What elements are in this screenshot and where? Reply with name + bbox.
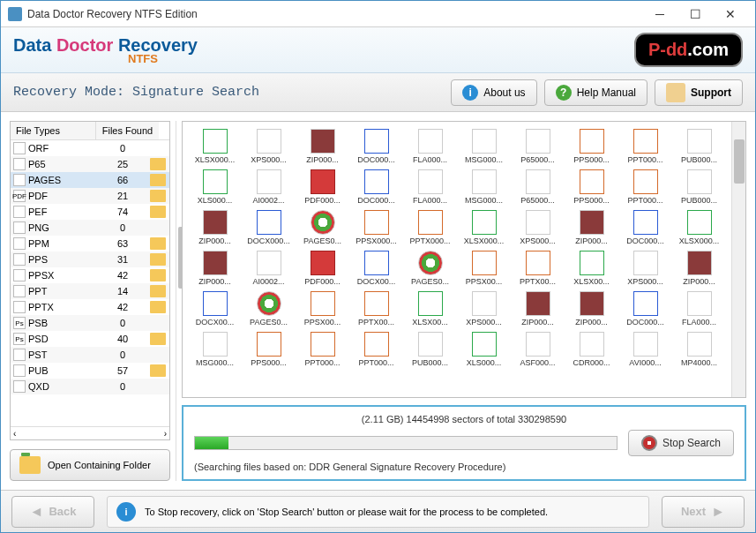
file-item[interactable]: PPSX000... [351, 210, 401, 245]
type-row-psd[interactable]: PsPSD40 [11, 331, 169, 347]
file-label: DOC000... [351, 196, 401, 205]
file-item[interactable]: MP4000... [674, 332, 724, 367]
file-item[interactable]: XPS000... [459, 291, 509, 327]
file-item[interactable]: PAGES0... [297, 210, 348, 245]
file-item[interactable]: PPS000... [566, 169, 617, 205]
file-item[interactable]: ZIP000... [190, 210, 240, 245]
file-item[interactable]: XPS000... [243, 129, 294, 164]
file-item[interactable]: PPTX00... [513, 251, 563, 286]
help-button[interactable]: ?Help Manual [544, 79, 647, 106]
type-count: 74 [95, 206, 150, 217]
type-row-ppm[interactable]: PPM63 [11, 236, 169, 251]
file-item[interactable]: MSG000... [459, 129, 509, 164]
file-item[interactable]: DOCX00... [190, 291, 240, 327]
file-icon [687, 210, 712, 235]
file-item[interactable]: PPT000... [297, 332, 348, 367]
types-list[interactable]: ORF0P6525PAGES66PDFPDF21PEF74PNG0PPM63PP… [11, 140, 169, 426]
file-item[interactable]: PPT000... [620, 169, 670, 205]
type-row-pub[interactable]: PUB57 [11, 363, 169, 379]
file-item[interactable]: PAGES0... [405, 251, 455, 286]
file-item[interactable]: MSG000... [190, 332, 240, 367]
type-row-p65[interactable]: P6525 [11, 156, 169, 172]
type-row-pef[interactable]: PEF74 [11, 204, 169, 220]
support-button[interactable]: Support [655, 79, 743, 106]
file-item[interactable]: PAGES0... [243, 291, 294, 327]
file-item[interactable]: PPS000... [243, 332, 294, 367]
file-item[interactable]: ZIP000... [566, 210, 617, 245]
file-item[interactable]: CDR000... [566, 332, 617, 367]
file-item[interactable]: PDF000... [297, 169, 348, 205]
file-item[interactable]: DOC000... [620, 210, 670, 245]
about-button[interactable]: iAbout us [451, 79, 536, 106]
file-label: FLA000... [405, 155, 455, 164]
file-item[interactable]: PDF000... [297, 251, 348, 286]
file-item[interactable]: PPT000... [351, 332, 401, 367]
file-item[interactable]: DOC000... [351, 129, 401, 164]
file-item[interactable]: XLSX000... [459, 210, 509, 245]
file-item[interactable]: ASF000... [513, 332, 563, 367]
file-item[interactable]: FLA000... [405, 129, 455, 164]
file-item[interactable]: ZIP000... [297, 129, 348, 164]
file-item[interactable]: PPS000... [566, 129, 617, 164]
type-row-psb[interactable]: PsPSB0 [11, 315, 169, 331]
file-item[interactable]: XLSX00... [566, 251, 617, 286]
type-row-qxd[interactable]: QXD0 [11, 379, 169, 394]
file-item[interactable]: PPTX000... [405, 210, 455, 245]
file-label: DOCX00... [190, 318, 240, 327]
file-item[interactable]: XLSX00... [405, 291, 455, 327]
file-item[interactable]: XPS000... [620, 251, 670, 286]
file-item[interactable]: DOC000... [351, 169, 401, 205]
type-row-pptx[interactable]: PPTX42 [11, 299, 169, 315]
type-icon [13, 174, 26, 186]
file-item[interactable]: ZIP000... [566, 291, 617, 327]
type-name: PPS [28, 254, 95, 265]
back-button[interactable]: ◄Back [11, 496, 94, 528]
type-row-pps[interactable]: PPS31 [11, 251, 169, 267]
file-item[interactable]: PPTX00... [351, 291, 401, 327]
file-item[interactable]: PUB000... [405, 332, 455, 367]
file-item[interactable]: XLSX000... [190, 129, 240, 164]
type-row-pages[interactable]: PAGES66 [11, 172, 169, 188]
type-row-ppt[interactable]: PPT14 [11, 283, 169, 299]
file-item[interactable]: PPSX00... [459, 251, 509, 286]
file-item[interactable]: ZIP000... [674, 251, 724, 286]
type-row-pst[interactable]: PST0 [11, 347, 169, 363]
maximize-button[interactable]: ☐ [677, 2, 713, 26]
files-vscrollbar[interactable] [731, 122, 745, 397]
file-item[interactable]: PUB000... [674, 129, 724, 164]
file-item[interactable]: DOCX000... [243, 210, 294, 245]
file-item[interactable]: ZIP000... [513, 291, 563, 327]
open-folder-button[interactable]: Open Containing Folder [10, 449, 170, 481]
minimize-button[interactable]: ─ [642, 2, 677, 26]
file-item[interactable]: AVI000... [620, 332, 670, 367]
file-item[interactable]: PPSX00... [297, 291, 348, 327]
file-item[interactable]: PUB000... [674, 169, 724, 205]
file-item[interactable]: DOC000... [620, 291, 670, 327]
file-item[interactable]: P65000... [513, 129, 563, 164]
file-item[interactable]: DOCX00... [351, 251, 401, 286]
next-arrow-icon: ► [711, 504, 725, 520]
file-item[interactable]: XLSX000... [674, 210, 724, 245]
type-row-orf[interactable]: ORF0 [11, 140, 169, 156]
file-item[interactable]: MSG000... [459, 169, 509, 205]
file-item[interactable]: XLS000... [190, 169, 240, 205]
type-row-ppsx[interactable]: PPSX42 [11, 267, 169, 283]
type-row-pdf[interactable]: PDFPDF21 [11, 188, 169, 204]
next-button[interactable]: Next► [662, 496, 745, 528]
file-item[interactable]: XPS000... [513, 210, 563, 245]
type-row-png[interactable]: PNG0 [11, 220, 169, 236]
file-item[interactable]: FLA000... [405, 169, 455, 205]
types-hscrollbar[interactable]: ‹› [11, 426, 169, 439]
files-grid[interactable]: XLSX000...XPS000...ZIP000...DOC000...FLA… [183, 122, 731, 397]
file-item[interactable]: XLS000... [459, 332, 509, 367]
close-button[interactable]: ✕ [713, 2, 748, 26]
file-item[interactable]: PPT000... [620, 129, 670, 164]
file-item[interactable]: FLA000... [674, 291, 724, 327]
stop-search-button[interactable]: Stop Search [628, 430, 734, 456]
file-icon [687, 169, 712, 194]
left-vscrollbar[interactable] [176, 121, 176, 481]
file-item[interactable]: AI0002... [243, 251, 294, 286]
file-item[interactable]: ZIP000... [190, 251, 240, 286]
file-item[interactable]: P65000... [513, 169, 563, 205]
file-item[interactable]: AI0002... [243, 169, 294, 205]
